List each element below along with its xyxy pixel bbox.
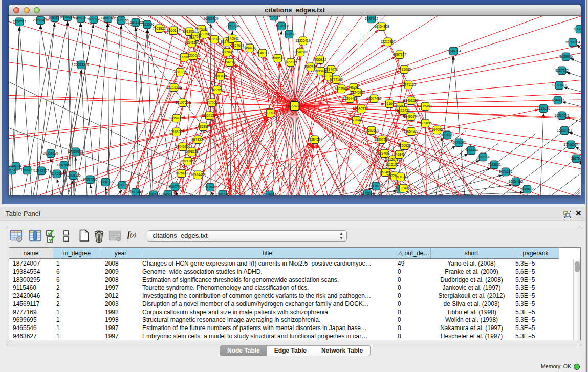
svg-text:8466160: 8466160: [101, 16, 115, 20]
svg-text:13654923: 13654923: [403, 129, 419, 133]
svg-text:9777169: 9777169: [330, 78, 343, 81]
svg-text:1292344: 1292344: [147, 193, 160, 195]
svg-text:1244415: 1244415: [551, 98, 564, 102]
svg-text:17957253: 17957253: [82, 178, 98, 181]
svg-text:1215958: 1215958: [537, 106, 550, 110]
svg-text:15716485: 15716485: [203, 185, 218, 189]
svg-text:9129906: 9129906: [559, 55, 573, 58]
svg-text:746843: 746843: [394, 152, 405, 156]
svg-text:7515526: 7515526: [141, 23, 154, 26]
svg-text:9245021: 9245021: [361, 192, 374, 195]
svg-text:1498222: 1498222: [185, 150, 199, 154]
svg-text:164095: 164095: [431, 128, 443, 132]
svg-text:2087682: 2087682: [365, 17, 378, 20]
svg-text:18495794: 18495794: [403, 115, 419, 118]
svg-text:1322057: 1322057: [284, 60, 297, 64]
svg-text:19218506: 19218506: [274, 24, 289, 28]
svg-text:9227342: 9227342: [555, 69, 569, 72]
svg-text:116753: 116753: [571, 157, 581, 160]
svg-text:10719155: 10719155: [114, 18, 129, 22]
svg-text:8454749: 8454749: [243, 46, 256, 50]
svg-text:13325419: 13325419: [295, 39, 311, 42]
svg-text:20053346: 20053346: [74, 63, 89, 67]
svg-text:19654905: 19654905: [169, 116, 184, 120]
svg-text:12093872: 12093872: [552, 83, 567, 87]
svg-text:15751074: 15751074: [565, 40, 580, 44]
svg-text:989961: 989961: [179, 55, 190, 59]
svg-text:12213967: 12213967: [380, 40, 396, 43]
svg-text:2546941: 2546941: [226, 37, 239, 40]
svg-text:2867608: 2867608: [231, 43, 244, 47]
svg-text:1330027: 1330027: [264, 111, 277, 115]
svg-text:7986372: 7986372: [355, 107, 368, 111]
svg-text:6734078: 6734078: [324, 68, 338, 71]
svg-text:9242848: 9242848: [223, 60, 236, 64]
svg-text:13975867: 13975867: [56, 163, 72, 167]
svg-text:20206526: 20206526: [43, 151, 58, 155]
svg-text:12975135: 12975135: [401, 83, 416, 86]
svg-text:16543362: 16543362: [184, 41, 200, 45]
svg-text:8471636: 8471636: [499, 170, 512, 173]
svg-text:62160: 62160: [385, 102, 395, 105]
svg-text:16648784: 16648784: [446, 49, 461, 53]
svg-text:7955812: 7955812: [313, 58, 326, 61]
svg-text:8413054: 8413054: [267, 16, 280, 18]
svg-text:9146821: 9146821: [256, 51, 269, 55]
svg-text:16154808: 16154808: [374, 25, 389, 28]
svg-text:1025433: 1025433: [397, 108, 410, 112]
svg-text:10958107: 10958107: [98, 180, 113, 184]
svg-text:8186328: 8186328: [208, 37, 221, 41]
svg-text:9699695: 9699695: [419, 121, 432, 125]
svg-text:2055712: 2055712: [13, 20, 26, 24]
svg-text:2045012: 2045012: [161, 192, 175, 195]
svg-text:2935114: 2935114: [476, 155, 490, 159]
svg-text:9857791: 9857791: [168, 185, 182, 188]
svg-text:7663822: 7663822: [153, 27, 166, 30]
svg-text:1063174: 1063174: [48, 16, 61, 19]
svg-text:1849204: 1849204: [263, 193, 276, 195]
svg-text:9106533: 9106533: [61, 16, 74, 18]
svg-text:1097347: 1097347: [393, 53, 406, 56]
svg-text:1527602: 1527602: [87, 17, 100, 21]
svg-text:10046766: 10046766: [175, 145, 190, 148]
svg-text:10654112: 10654112: [509, 180, 524, 183]
svg-text:16914479: 16914479: [190, 173, 206, 177]
svg-text:1112543: 1112543: [574, 27, 581, 31]
svg-text:9474444: 9474444: [465, 148, 478, 152]
svg-text:3267110: 3267110: [203, 114, 216, 117]
svg-text:1615152: 1615152: [385, 163, 399, 166]
svg-text:8427552: 8427552: [210, 88, 224, 92]
svg-text:16210643: 16210643: [554, 114, 570, 117]
svg-text:417006: 417006: [206, 101, 217, 104]
svg-text:10653267: 10653267: [73, 16, 89, 20]
svg-text:7485003: 7485003: [398, 68, 411, 71]
svg-text:9115460: 9115460: [419, 104, 432, 108]
svg-text:16033809: 16033809: [203, 17, 219, 20]
svg-text:9756928: 9756928: [398, 144, 411, 147]
svg-text:9884067: 9884067: [378, 151, 391, 155]
svg-text:13227509: 13227509: [197, 32, 212, 36]
svg-text:7632621: 7632621: [488, 163, 501, 166]
svg-text:9245612: 9245612: [520, 187, 534, 191]
svg-text:1156829: 1156829: [20, 168, 34, 172]
svg-text:7625402: 7625402: [175, 171, 188, 175]
svg-text:6479197: 6479197: [452, 141, 466, 144]
svg-text:18807269: 18807269: [374, 138, 389, 141]
svg-text:8878334: 8878334: [191, 138, 205, 141]
svg-text:14353594: 14353594: [195, 125, 211, 128]
svg-text:1592346: 1592346: [216, 192, 229, 195]
svg-text:11923446: 11923446: [128, 190, 143, 194]
svg-text:17359928: 17359928: [68, 150, 83, 154]
svg-text:7803144: 7803144: [214, 74, 227, 78]
svg-text:20891406: 20891406: [33, 18, 48, 22]
svg-text:19384594: 19384594: [307, 138, 322, 141]
svg-text:2718176: 2718176: [173, 70, 187, 74]
svg-text:7357274: 7357274: [226, 24, 239, 28]
svg-text:1588520: 1588520: [271, 56, 285, 60]
svg-text:16782759: 16782759: [115, 183, 130, 187]
svg-text:1962615: 1962615: [304, 65, 317, 69]
svg-text:12305135: 12305135: [66, 173, 81, 177]
svg-text:17016504: 17016504: [563, 143, 579, 146]
svg-text:14136141: 14136141: [368, 184, 384, 188]
svg-text:963124: 963124: [395, 175, 406, 179]
